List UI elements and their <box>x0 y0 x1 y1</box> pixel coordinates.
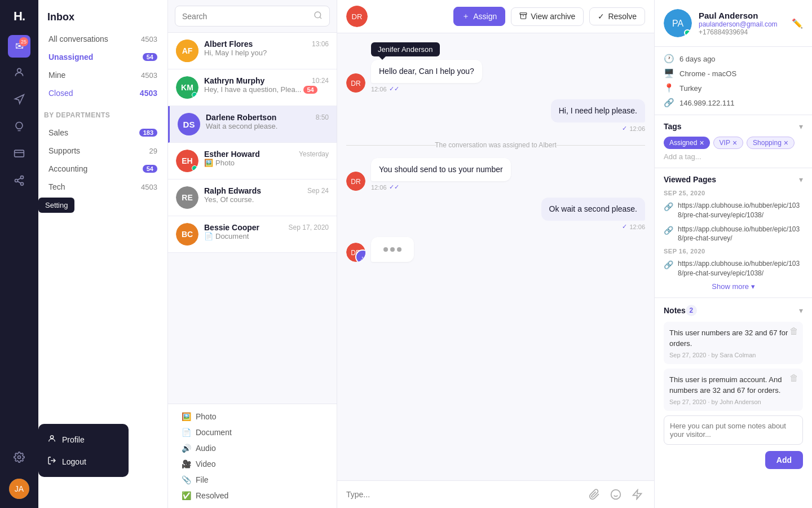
tag-shopping[interactable]: Shopping × <box>747 137 795 149</box>
audio-icon: 🔊 <box>182 444 191 453</box>
nav-cards[interactable] <box>8 143 30 166</box>
tag-assigned[interactable]: Assigned × <box>664 137 710 149</box>
avatar: EH <box>176 150 198 172</box>
add-note-button[interactable]: Add <box>765 451 803 469</box>
svg-rect-1 <box>15 150 24 157</box>
main-chat: DR ＋ Assign View archive ✓ Resolve Jenif… <box>337 0 654 508</box>
attach-audio[interactable]: 🔊 Audio <box>177 440 328 456</box>
viewed-pages-header[interactable]: Viewed Pages ▾ <box>664 175 803 184</box>
lightning-icon[interactable] <box>629 487 645 502</box>
svg-line-14 <box>320 17 321 19</box>
conversation-list: AF Albert Flores 13:06 Hi, May I help yo… <box>168 0 337 508</box>
nav-inbox[interactable]: ✉ 25 <box>8 35 30 58</box>
typing-bubble <box>371 237 414 262</box>
conv-item-kathryn[interactable]: KM Kathryn Murphy 10:24 Hey, I have a qu… <box>168 69 337 106</box>
sender-tooltip: Jenifer Anderson <box>371 42 440 56</box>
attach-video[interactable]: 🎥 Video <box>177 456 328 472</box>
assign-button[interactable]: ＋ Assign <box>453 7 505 26</box>
resolve-button[interactable]: ✓ Resolve <box>589 7 645 25</box>
delete-note-1[interactable]: 🗑 <box>789 326 798 336</box>
sidebar-title: Inbox <box>38 0 167 28</box>
nav-network[interactable] <box>8 170 30 193</box>
nav-contacts[interactable] <box>8 62 30 85</box>
contact-header: PA Paul Anderson paulanderson@gmail.com … <box>655 0 812 47</box>
attachment-icon[interactable] <box>586 487 602 502</box>
viewed-pages-list: SEP 25, 2020 🔗 https://app.clubhouse.io/… <box>664 190 803 278</box>
settings-tooltip: Setting <box>38 198 74 213</box>
viewed-page-link[interactable]: 🔗 https://app.clubhouse.io/hubber/epic/1… <box>664 225 803 244</box>
add-tag-button[interactable]: Add a tag... <box>664 152 803 161</box>
sidebar-item-supports[interactable]: Supports 29 <box>43 142 163 160</box>
check-icon: ✓ <box>622 223 627 230</box>
viewed-page-link[interactable]: 🔗 https://app.clubhouse.io/hubber/epic/1… <box>664 259 803 278</box>
video-icon: 🎥 <box>182 459 191 468</box>
nav-settings[interactable] <box>8 447 30 470</box>
sidebar-item-accounting[interactable]: Accounting 54 <box>43 160 163 178</box>
sidebar-item-unassigned[interactable]: Unassigned 54 <box>43 48 163 66</box>
conv-item-darlene[interactable]: DS Darlene Robertson 8:50 Wait a second … <box>168 106 337 143</box>
avatar: RE <box>176 186 198 209</box>
photo-icon: 🖼️ <box>204 159 213 167</box>
browser-row: 🖥️ Chrome - macOS <box>664 68 803 78</box>
svg-point-3 <box>21 176 24 178</box>
tags-list: Assigned × VIP × Shopping × <box>664 137 803 149</box>
conv-item-bessie[interactable]: BC Bessie Cooper Sep 17, 2020 📄 Document <box>168 216 337 253</box>
message-sent-1: Hi, I need help please. ✓ 12:06 <box>346 99 645 132</box>
attach-photo[interactable]: 🖼️ Photo <box>177 409 328 424</box>
attach-resolved[interactable]: ✅ Resolved <box>177 488 328 503</box>
attach-file[interactable]: 📎 File <box>177 472 328 488</box>
svg-point-8 <box>18 456 21 458</box>
note-input[interactable] <box>664 415 803 445</box>
svg-text:RE: RE <box>182 193 192 202</box>
remove-tag-vip[interactable]: × <box>732 139 737 147</box>
profile-popup-logout[interactable]: Logout <box>38 450 129 472</box>
message-input[interactable] <box>346 490 581 499</box>
conv-body: Albert Flores 13:06 Hi, May I help you? <box>204 40 329 57</box>
online-indicator <box>684 29 691 36</box>
nav-campaigns[interactable] <box>8 89 30 112</box>
tag-vip[interactable]: VIP × <box>713 137 744 149</box>
location-icon: 📍 <box>664 83 674 93</box>
msg-avatar: DR <box>346 172 365 191</box>
conv-item-albert[interactable]: AF Albert Flores 13:06 Hi, May I help yo… <box>168 33 337 69</box>
emoji-icon[interactable] <box>608 487 624 502</box>
msg-bubble: Hello dear, Can I help you? <box>371 60 482 83</box>
msg-time: ✓ 12:06 <box>541 223 645 230</box>
message-received-1: DR Hello dear, Can I help you? 12:06 ✓✓ <box>346 60 645 93</box>
conv-item-ralph[interactable]: RE Ralph Edwards Sep 24 Yes, Of course. <box>168 179 337 216</box>
tags-header[interactable]: Tags ▾ <box>664 122 803 131</box>
conversation-items: AF Albert Flores 13:06 Hi, May I help yo… <box>168 33 337 404</box>
msg-col: Hi, I need help please. ✓ 12:06 <box>551 99 645 132</box>
nav-ideas[interactable] <box>8 116 30 139</box>
sidebar-item-closed[interactable]: Closed 4503 <box>43 84 163 102</box>
viewed-page-link[interactable]: 🔗 https://app.clubhouse.io/hubber/epic/1… <box>664 201 803 220</box>
contact-info: Paul Anderson paulanderson@gmail.com +17… <box>699 11 778 36</box>
remove-tag-assigned[interactable]: × <box>699 139 704 147</box>
notes-section: Notes 2 ▾ This user numbers are 32 and 6… <box>655 298 812 508</box>
view-archive-button[interactable]: View archive <box>511 7 584 26</box>
campaigns-icon <box>14 94 25 108</box>
edit-contact-button[interactable]: ✏️ <box>792 18 803 29</box>
remove-tag-shopping[interactable]: × <box>784 139 788 147</box>
attach-document[interactable]: 📄 Document <box>177 424 328 440</box>
sidebar-item-sales[interactable]: Sales 183 <box>43 124 163 142</box>
sidebar-item-all[interactable]: All conversations 4503 <box>43 30 163 48</box>
show-more-button[interactable]: Show more ▾ <box>712 282 754 291</box>
sidebar-item-tech[interactable]: Tech 4503 <box>43 178 163 196</box>
user-avatar[interactable]: JA <box>9 479 29 499</box>
svg-line-7 <box>17 178 21 179</box>
dual-avatar: DR JS <box>346 243 365 262</box>
search-box[interactable] <box>175 6 330 27</box>
svg-point-4 <box>15 179 18 182</box>
profile-popup-profile[interactable]: Profile <box>38 428 129 450</box>
conv-item-esther[interactable]: EH Esther Howard Yesterday 🖼️ Photo <box>168 143 337 179</box>
typing-indicator: DR JS <box>346 237 645 262</box>
profile-popup: Profile Logout <box>38 424 129 477</box>
search-input[interactable] <box>182 12 309 21</box>
delete-note-2[interactable]: 🗑 <box>789 373 798 383</box>
chat-header: DR ＋ Assign View archive ✓ Resolve <box>337 0 654 33</box>
svg-point-37 <box>611 490 621 500</box>
typing-dots <box>381 244 404 255</box>
message-sent-2: Ok wait a second please. ✓ 12:06 <box>346 198 645 230</box>
sidebar-item-mine[interactable]: Mine 4503 <box>43 66 163 84</box>
